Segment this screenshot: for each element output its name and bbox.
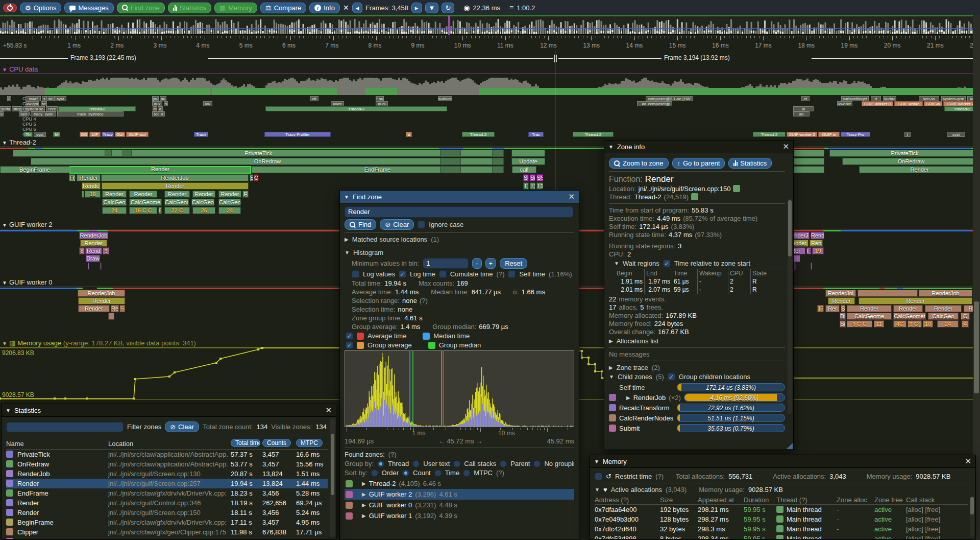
timeline-zone[interactable]: OnRedraw <box>31 158 504 165</box>
cpu-zone[interactable]: GUIF wor <box>126 132 149 137</box>
cpu-zone[interactable]: kw.gm <box>26 101 39 106</box>
cpu-zone[interactable]: cfr <box>310 96 318 101</box>
statistics-row[interactable]: EndFramejni/../jni/src/claw/gfx/drv/vk/D… <box>6 488 328 498</box>
timeline-zone[interactable] <box>857 290 918 297</box>
collapse-icon[interactable]: ▼ <box>594 459 599 464</box>
timeline-zone[interactable]: Rend <box>85 247 102 254</box>
cpu-zone[interactable]: se <box>47 96 54 101</box>
timeline-zone[interactable]: Rer <box>825 305 840 312</box>
cpu-zone[interactable]: Trac <box>528 132 544 137</box>
timeline-zone[interactable]: Render <box>192 191 215 198</box>
cpu-zone[interactable]: Thread-2 <box>753 132 786 137</box>
timeline-zone[interactable]: EndFrame <box>251 166 504 173</box>
info-button[interactable]: iInfo <box>309 3 340 13</box>
cpu-zone[interactable]: syst <box>34 132 46 137</box>
cpu-zone[interactable]: Thread-2 <box>58 106 136 111</box>
cpu-zone[interactable]: m <box>153 106 157 111</box>
frame-label-3194[interactable]: Frame 3,194 (13.92 ms) <box>662 54 732 61</box>
timeline-zone[interactable] <box>122 150 132 157</box>
found-zone-row[interactable]: ▶GUIF worker 2(3,296)4.61 s <box>345 489 574 500</box>
collapse-icon[interactable]: ▼ <box>595 487 600 492</box>
timeline-zone[interactable]: Render <box>102 182 249 190</box>
timeline-zone[interactable]: CalcGeomet <box>893 313 926 320</box>
cpu-zone[interactable]: surface! <box>438 96 452 101</box>
expand-icon[interactable]: ▶ <box>609 338 613 344</box>
expand-icon[interactable]: ▶ <box>362 502 366 508</box>
cpu-zone[interactable]: tracy_systrace <box>57 111 124 116</box>
cpu-zone[interactable]: Tracy Profiler <box>264 132 331 137</box>
timeline-zone[interactable]: RenderJob <box>79 232 108 239</box>
clear-filter-button[interactable]: ⊘Clear <box>165 421 199 432</box>
timeline-zone[interactable]: C <box>254 174 259 181</box>
go-to-parent-button[interactable]: ↑Go to parent <box>672 158 725 169</box>
cpu-zone[interactable]: et <box>801 96 810 101</box>
timeline-zone[interactable]: CalcGeome <box>847 313 892 320</box>
timeline-zone[interactable]: Rend <box>811 232 824 239</box>
col-header-name[interactable]: Name <box>6 440 108 448</box>
close-icon[interactable]: ✕ <box>782 142 789 151</box>
sync-view-button[interactable]: ↻ <box>442 3 454 13</box>
child-zone-row[interactable]: Submit35.63 us (0.79%) <box>609 423 785 433</box>
timeline-zone[interactable]: Render <box>78 297 125 304</box>
memory-scrollbar[interactable] <box>970 497 974 514</box>
timeline-zone[interactable]: Render <box>859 297 972 304</box>
timeline-zone[interactable]: S <box>250 174 253 181</box>
collapse-icon[interactable]: ▼ <box>6 408 11 413</box>
timeline-zone[interactable] <box>793 166 824 173</box>
cpu-zone[interactable]: ssurf <box>26 96 41 101</box>
timeline-zone[interactable]: 9 <box>103 247 109 254</box>
expand-icon[interactable]: ▶ <box>362 513 366 519</box>
timeline-zone[interactable]: 22 C <box>164 207 190 214</box>
collapse-icon[interactable]: ▼ <box>345 250 350 255</box>
time-ruler[interactable]: +55.83 s1 ms2 ms3 ms4 ms5 ms6 ms7 ms8 ms… <box>0 35 980 52</box>
frame-label-3193[interactable]: Frame 3,193 (22.45 ms) <box>68 54 139 61</box>
child-zone-row[interactable]: RecalcTransform72.92 us (1.62%) <box>609 403 785 413</box>
cpu-zone[interactable]: Thread-2 <box>462 132 495 137</box>
search-input[interactable]: Render <box>345 206 573 218</box>
timeline-zone[interactable]: Rende <box>82 182 101 190</box>
statistics-titlebar[interactable]: ▼ Statistics ✕ <box>2 404 336 417</box>
mem-col-header[interactable]: Zone free <box>874 496 906 504</box>
timeline-zone[interactable] <box>793 150 824 157</box>
timeline-zone[interactable]: BeginFrame <box>0 166 69 173</box>
radio-call-stacks[interactable] <box>453 460 460 467</box>
timeline-zone[interactable] <box>440 158 461 165</box>
collapse-icon[interactable]: ▼ <box>614 261 619 266</box>
found-zone-row[interactable]: ▶GUIF worker 0(3,231)4.48 s <box>345 500 574 510</box>
timeline-zone[interactable]: 16 C C <box>129 207 157 214</box>
col-header-counts[interactable]: Counts <box>262 439 291 447</box>
bin-plus-button[interactable]: + <box>485 258 497 269</box>
thread-section-t2[interactable]: ▼Thread-2 <box>0 138 980 147</box>
find-zone-button[interactable]: Find zone <box>117 3 165 13</box>
timeline-zone[interactable]: Render <box>164 191 190 198</box>
cpu-zone[interactable]: surfa <box>0 106 11 111</box>
prev-frame-button[interactable]: ◂ <box>352 3 363 13</box>
allocation-row[interactable]: 0x7dfc42d64032 bytes298.3 ms59.95 sMain … <box>595 524 968 534</box>
cpu-zone[interactable]: x <box>0 111 4 116</box>
timeline-zone[interactable]: CalcGeo <box>102 199 127 206</box>
cpu-zone[interactable]: sen-ss <box>919 96 939 101</box>
cpu-zone[interactable]: audi <box>376 101 388 106</box>
self-time-checkbox[interactable] <box>508 270 516 278</box>
cpu-zone[interactable]: kworke <box>837 101 852 106</box>
statistics-button[interactable]: Statistics <box>168 3 211 13</box>
timeline-zone[interactable]: SS <box>536 174 543 181</box>
memory-button[interactable]: ▦Memory <box>214 3 257 13</box>
col-header-total-time[interactable]: Total time <box>231 439 260 447</box>
timeline-zone[interactable]: 26 <box>192 207 215 214</box>
timeline-zone[interactable]: 8 <box>79 247 85 254</box>
timeline-zone[interactable]: CalcGeor <box>164 199 189 206</box>
messages-button[interactable]: Messages <box>64 3 113 13</box>
timeline-zone[interactable]: RenderJob <box>919 290 972 297</box>
radio-mtpc[interactable] <box>463 469 470 477</box>
expand-icon[interactable]: ▶ <box>362 491 366 497</box>
cpu-zone[interactable]: GUIF-w <box>924 101 942 106</box>
timeline-zone[interactable]: Render <box>77 174 101 181</box>
tools-icon[interactable]: ✕ <box>343 4 349 12</box>
cpu-zone[interactable]: Thre <box>46 106 58 111</box>
timeline-zone[interactable]: Render <box>102 191 127 198</box>
timeline-zone[interactable]: OnRedraw <box>842 158 980 165</box>
timeline-zone[interactable]: CalcGeo <box>928 313 959 320</box>
timeline-zone[interactable]: 24 <box>218 207 241 214</box>
timeline-zone[interactable]: S( <box>530 174 535 181</box>
